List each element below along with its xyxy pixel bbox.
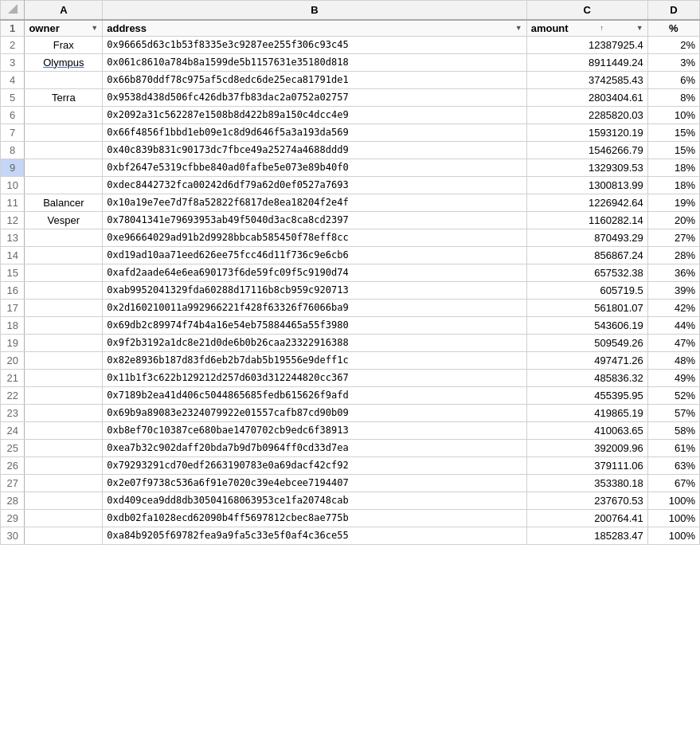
svg-marker-0	[8, 4, 18, 14]
cell-owner[interactable]	[25, 246, 103, 264]
table-row[interactable]: 170x2d160210011a992966221f428f63326f7606…	[1, 299, 700, 316]
col-header-a[interactable]: A	[25, 1, 103, 20]
table-row[interactable]: 270x2e07f9738c536a6f91e7020c39e4ebcee719…	[1, 474, 700, 492]
cell-amount: 185283.47	[526, 527, 647, 544]
table-row[interactable]: 100xdec8442732fca00242d6df79a62d0ef0527a…	[1, 176, 700, 194]
cell-address: 0xafd2aade64e6ea690173f6de59fc09f5c9190d…	[103, 264, 526, 281]
row-num-22: 22	[1, 386, 25, 404]
table-row[interactable]: 150xafd2aade64e6ea690173f6de59fc09f5c919…	[1, 264, 700, 281]
field-owner-header[interactable]: owner ▼	[25, 20, 103, 37]
table-row[interactable]: 220x7189b2ea41d406c5044865685fedb615626f…	[1, 386, 700, 404]
table-row[interactable]: 290xdb02fa1028ecd62090b4ff5697812cbec8ae…	[1, 509, 700, 527]
cell-owner[interactable]	[25, 106, 103, 123]
cell-owner[interactable]	[25, 509, 103, 527]
table-row[interactable]: 60x2092a31c562287e1508b8d422b89a150c4dcc…	[1, 106, 700, 123]
cell-percent: 15%	[647, 141, 699, 159]
cell-percent: 100%	[647, 527, 699, 544]
table-row[interactable]: 5Terra0x9538d438d506fc426db37fb83dac2a07…	[1, 88, 700, 106]
row-num-14: 14	[1, 246, 25, 264]
cell-owner[interactable]	[25, 71, 103, 88]
cell-owner[interactable]	[25, 159, 103, 176]
table-row[interactable]: 80x40c839b831c90173dc7fbce49a25274a4688d…	[1, 141, 700, 159]
table-row[interactable]: 11Balancer0x10a19e7ee7d7f8a52822f6817de8…	[1, 194, 700, 211]
address-filter-icon[interactable]: ▼	[515, 24, 522, 32]
amount-filter-icon[interactable]: ▼	[636, 24, 643, 32]
cell-owner[interactable]	[25, 474, 103, 492]
col-header-b[interactable]: B	[103, 1, 526, 20]
table-row[interactable]: 160xab9952041329fda60288d17116b8cb959c92…	[1, 281, 700, 299]
olympus-link[interactable]: Olympus	[43, 57, 84, 69]
table-row[interactable]: 230x69b9a89083e2324079922e01557cafb87cd9…	[1, 404, 700, 421]
cell-amount: 497471.26	[526, 351, 647, 369]
row-num-3: 3	[1, 53, 25, 71]
cell-owner[interactable]	[25, 351, 103, 369]
row-num-20: 20	[1, 351, 25, 369]
table-row[interactable]: 40x66b870ddf78c975af5cd8edc6de25eca81791…	[1, 71, 700, 88]
cell-percent: 47%	[647, 334, 699, 351]
cell-owner[interactable]: Frax	[25, 36, 103, 53]
cell-owner[interactable]	[25, 421, 103, 439]
table-row[interactable]: 190x9f2b3192a1dc8e21d0de6b0b26caa2332291…	[1, 334, 700, 351]
cell-owner[interactable]	[25, 369, 103, 386]
table-row[interactable]: 3Olympus0x061c8610a784b8a1599de5b1157631…	[1, 53, 700, 71]
table-body: 1 owner ▼ address ▼ amount ↑	[1, 20, 700, 545]
address-filter-btn[interactable]: address ▼	[107, 22, 522, 34]
cell-address: 0xe96664029ad91b2d9928bbcab585450f78eff8…	[103, 229, 526, 246]
cell-address: 0x7189b2ea41d406c5044865685fedb615626f9a…	[103, 386, 526, 404]
cell-owner[interactable]	[25, 386, 103, 404]
cell-amount: 353380.18	[526, 474, 647, 492]
cell-owner[interactable]: Terra	[25, 88, 103, 106]
cell-address: 0xbf2647e5319cfbbe840ad0fafbe5e073e89b40…	[103, 159, 526, 176]
cell-owner[interactable]	[25, 334, 103, 351]
field-amount-header[interactable]: amount ↑ ▼	[526, 20, 647, 37]
cell-owner[interactable]	[25, 176, 103, 194]
cell-owner[interactable]	[25, 141, 103, 159]
table-row[interactable]: 300xa84b9205f69782fea9a9fa5c33e5f0af4c36…	[1, 527, 700, 544]
table-row[interactable]: 12Vesper0x78041341e79693953ab49f5040d3ac…	[1, 211, 700, 229]
cell-owner[interactable]	[25, 299, 103, 316]
cell-address: 0x66b870ddf78c975af5cd8edc6de25eca81791d…	[103, 71, 526, 88]
table-row[interactable]: 90xbf2647e5319cfbbe840ad0fafbe5e073e89b4…	[1, 159, 700, 176]
cell-owner[interactable]	[25, 264, 103, 281]
cell-owner[interactable]	[25, 316, 103, 334]
cell-owner[interactable]	[25, 439, 103, 456]
cell-owner[interactable]	[25, 527, 103, 544]
table-row[interactable]: 140xd19ad10aa71eed626ee75fcc46d11f736c9e…	[1, 246, 700, 264]
row-num-30: 30	[1, 527, 25, 544]
column-letters-row: A B C D	[1, 1, 700, 20]
col-header-d[interactable]: D	[647, 1, 699, 20]
table-row[interactable]: 2Frax0x96665d63c1b53f8335e3c9287ee255f30…	[1, 36, 700, 53]
cell-address: 0x69db2c89974f74b4a16e54eb75884465a55f39…	[103, 316, 526, 334]
cell-owner[interactable]: Balancer	[25, 194, 103, 211]
table-row[interactable]: 250xea7b32c902daff20bda7b9d7b0964ff0cd33…	[1, 439, 700, 456]
cell-address: 0x10a19e7ee7d7f8a52822f6817de8ea18204f2e…	[103, 194, 526, 211]
table-row[interactable]: 260x79293291cd70edf2663190783e0a69dacf42…	[1, 456, 700, 474]
table-row[interactable]: 210x11b1f3c622b129212d257d603d312244820c…	[1, 369, 700, 386]
cell-owner[interactable]	[25, 123, 103, 141]
amount-filter-btn[interactable]: amount ↑ ▼	[531, 22, 643, 34]
owner-filter-btn[interactable]: owner ▼	[29, 22, 98, 34]
cell-owner[interactable]	[25, 492, 103, 509]
cell-owner[interactable]	[25, 456, 103, 474]
cell-percent: 3%	[647, 53, 699, 71]
row-num-6: 6	[1, 106, 25, 123]
cell-owner[interactable]: Olympus	[25, 53, 103, 71]
cell-owner[interactable]: Vesper	[25, 211, 103, 229]
row-num-5: 5	[1, 88, 25, 106]
owner-filter-icon[interactable]: ▼	[91, 24, 98, 32]
field-percent-header[interactable]: %	[647, 20, 699, 37]
row-num-19: 19	[1, 334, 25, 351]
table-row[interactable]: 180x69db2c89974f74b4a16e54eb75884465a55f…	[1, 316, 700, 334]
cell-owner[interactable]	[25, 404, 103, 421]
table-row[interactable]: 70x66f4856f1bbd1eb09e1c8d9d646f5a3a193da…	[1, 123, 700, 141]
cell-owner[interactable]	[25, 281, 103, 299]
table-row[interactable]: 200x82e8936b187d83fd6eb2b7dab5b19556e9de…	[1, 351, 700, 369]
field-address-header[interactable]: address ▼	[103, 20, 526, 37]
corner-cell	[1, 1, 25, 20]
cell-address: 0x061c8610a784b8a1599de5b1157631e35180d8…	[103, 53, 526, 71]
table-row[interactable]: 280xd409cea9dd8db30504168063953ce1fa2074…	[1, 492, 700, 509]
col-header-c[interactable]: C	[526, 1, 647, 20]
table-row[interactable]: 240xb8ef70c10387ce680bae1470702cb9edc6f3…	[1, 421, 700, 439]
table-row[interactable]: 130xe96664029ad91b2d9928bbcab585450f78ef…	[1, 229, 700, 246]
cell-owner[interactable]	[25, 229, 103, 246]
